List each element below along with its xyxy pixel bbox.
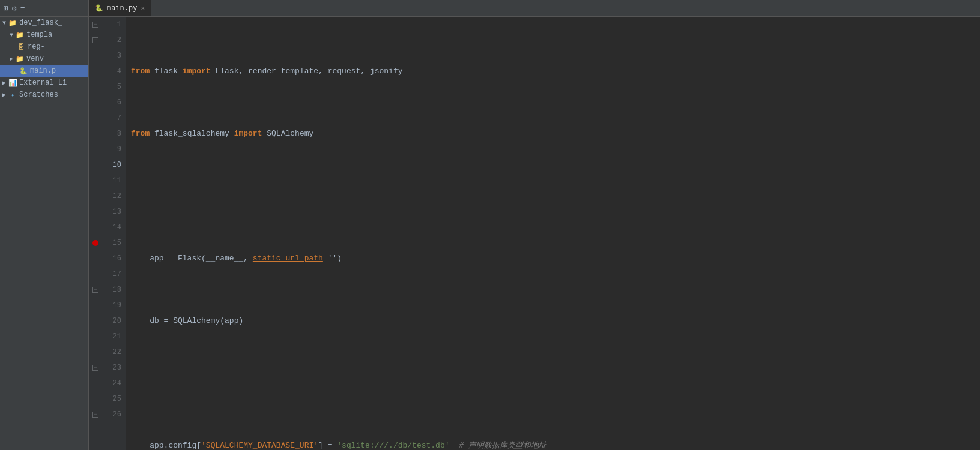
gutter-15 bbox=[89, 235, 102, 251]
line-num-23: 23 bbox=[107, 360, 121, 376]
line-num-13: 13 bbox=[107, 204, 121, 220]
gutter-20 bbox=[89, 313, 102, 329]
line-num-7: 7 bbox=[107, 110, 121, 126]
line-num-26: 26 bbox=[107, 407, 121, 422]
sidebar-item-label: templa bbox=[26, 31, 52, 39]
gutter-13 bbox=[89, 204, 102, 220]
code-line-5: db = SQLAlchemy(app) bbox=[131, 313, 980, 329]
sidebar-item-reg[interactable]: 🗄 reg- bbox=[0, 41, 88, 53]
line-num-18: 18 bbox=[107, 282, 121, 298]
gutter-14 bbox=[89, 220, 102, 235]
line-num-17: 17 bbox=[107, 266, 121, 282]
line-num-21: 21 bbox=[107, 329, 121, 344]
line-num-16: 16 bbox=[107, 251, 121, 266]
gutter-18: − bbox=[89, 282, 102, 298]
line-num-4: 4 bbox=[107, 64, 121, 79]
code-editor[interactable]: − − bbox=[89, 17, 980, 450]
code-line-4: app = Flask(__name__, static_url_path=''… bbox=[131, 251, 980, 266]
gutter-column: − − bbox=[89, 17, 102, 450]
line-num-6: 6 bbox=[107, 95, 121, 110]
sidebar-item-main-py[interactable]: 🐍 main.p bbox=[0, 65, 88, 77]
line-num-10: 10 bbox=[107, 157, 121, 173]
code-line-6 bbox=[131, 376, 980, 391]
tab-bar: 🐍 main.py ✕ bbox=[89, 0, 980, 17]
gutter-26: − bbox=[89, 407, 102, 422]
tab-label: main.py bbox=[107, 4, 137, 13]
sidebar-item-scratches[interactable]: ▶ ✦ Scratches bbox=[0, 89, 88, 101]
breakpoint-icon[interactable] bbox=[92, 240, 98, 246]
sidebar-item-label: reg- bbox=[28, 43, 45, 51]
settings-icon[interactable]: ⚙ bbox=[12, 4, 17, 13]
line-num-3: 3 bbox=[107, 48, 121, 64]
tab-main-py[interactable]: 🐍 main.py ✕ bbox=[89, 0, 151, 16]
folder-icon: 📁 bbox=[16, 31, 24, 39]
gutter-17 bbox=[89, 266, 102, 282]
gutter-6 bbox=[89, 95, 102, 110]
arrow-icon: ▶ bbox=[2, 79, 6, 86]
minus-icon[interactable]: − bbox=[20, 4, 25, 13]
file-py-icon: 🐍 bbox=[19, 67, 28, 75]
gutter-4 bbox=[89, 64, 102, 79]
gutter-19 bbox=[89, 298, 102, 313]
gutter-2: − bbox=[89, 32, 102, 48]
line-num-8: 8 bbox=[107, 126, 121, 142]
line-num-20: 20 bbox=[107, 313, 121, 329]
sidebar-item-dev-flask[interactable]: ▼ 📁 dev_flask_ bbox=[0, 17, 88, 29]
gutter-5 bbox=[89, 79, 102, 95]
line-num-2: 2 bbox=[107, 32, 121, 48]
code-line-3 bbox=[131, 188, 980, 204]
sidebar-item-external-libraries[interactable]: ▶ 📊 External Li bbox=[0, 77, 88, 89]
sidebar-item-templa[interactable]: ▼ 📁 templa bbox=[0, 29, 88, 41]
sidebar-item-venv[interactable]: ▶ 📁 venv bbox=[0, 53, 88, 65]
arrow-icon: ▶ bbox=[2, 91, 6, 98]
line-num-5: 5 bbox=[107, 79, 121, 95]
sidebar-item-label: main.p bbox=[30, 67, 56, 75]
arrow-icon: ▶ bbox=[10, 55, 13, 62]
sidebar-item-label: External Li bbox=[19, 79, 67, 87]
line-num-1: 1 bbox=[107, 17, 121, 32]
external-icon: 📊 bbox=[8, 79, 17, 87]
gutter-9 bbox=[89, 142, 102, 157]
fold-icon-26[interactable]: − bbox=[92, 412, 98, 418]
line-num-25: 25 bbox=[107, 391, 121, 407]
code-content[interactable]: from flask import Flask, render_template… bbox=[126, 17, 980, 450]
sidebar-item-label: venv bbox=[26, 55, 44, 63]
line-num-11: 11 bbox=[107, 173, 121, 188]
sidebar-toolbar: ⊞ ⚙ − bbox=[0, 0, 88, 17]
scratch-icon: ✦ bbox=[8, 91, 17, 99]
fold-icon-18[interactable]: − bbox=[92, 287, 98, 293]
fold-icon-1[interactable]: − bbox=[92, 22, 98, 28]
code-line-7: app.config['SQLALCHEMY_DATABASE_URI'] = … bbox=[131, 438, 980, 450]
gutter-7 bbox=[89, 110, 102, 126]
sidebar-item-label: Scratches bbox=[19, 91, 58, 99]
close-tab-button[interactable]: ✕ bbox=[141, 4, 145, 12]
expand-icon[interactable]: ⊞ bbox=[4, 4, 8, 13]
line-num-14: 14 bbox=[107, 220, 121, 235]
gutter-21 bbox=[89, 329, 102, 344]
gutter-10 bbox=[89, 157, 102, 173]
fold-icon-23[interactable]: − bbox=[92, 365, 98, 371]
fold-icon-2[interactable]: − bbox=[92, 37, 98, 43]
line-num-24: 24 bbox=[107, 376, 121, 391]
gutter-24 bbox=[89, 376, 102, 391]
line-numbers: 1 2 3 4 5 6 7 8 9 10 11 12 13 14 15 16 1… bbox=[102, 17, 126, 450]
line-num-19: 19 bbox=[107, 298, 121, 313]
arrow-icon: ▼ bbox=[2, 20, 6, 26]
line-num-22: 22 bbox=[107, 344, 121, 360]
gutter-11 bbox=[89, 173, 102, 188]
line-num-15: 15 bbox=[107, 235, 121, 251]
gutter-16 bbox=[89, 251, 102, 266]
line-num-12: 12 bbox=[107, 188, 121, 204]
gutter-8 bbox=[89, 126, 102, 142]
line-num-9: 9 bbox=[107, 142, 121, 157]
sidebar: ⊞ ⚙ − ▼ 📁 dev_flask_ ▼ 📁 templa 🗄 reg- ▶… bbox=[0, 0, 89, 450]
gutter-22 bbox=[89, 344, 102, 360]
sidebar-item-label: dev_flask_ bbox=[19, 19, 62, 27]
folder-icon: 📁 bbox=[16, 55, 24, 63]
folder-icon: 📁 bbox=[8, 19, 17, 27]
file-icon: 🗄 bbox=[17, 43, 25, 51]
gutter-23: − bbox=[89, 360, 102, 376]
gutter-1: − bbox=[89, 17, 102, 32]
arrow-icon: ▼ bbox=[10, 32, 13, 38]
editor-area: 🐍 main.py ✕ − − bbox=[89, 0, 980, 450]
